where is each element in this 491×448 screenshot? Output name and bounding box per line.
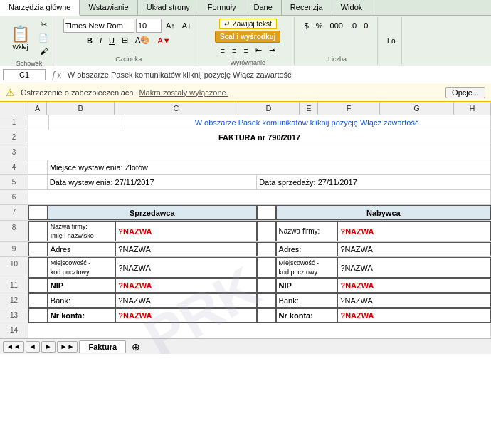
options-button[interactable]: Opcje...	[445, 87, 485, 98]
col-header-g[interactable]: G	[380, 102, 454, 115]
cell-a4[interactable]	[28, 160, 48, 174]
cell-a1[interactable]	[28, 115, 49, 130]
wrap-text-btn[interactable]: ↵ Zawijaj tekst	[219, 19, 277, 29]
nav-next-button[interactable]: ►	[41, 341, 56, 353]
cell-e10[interactable]	[257, 257, 276, 278]
tab-dane[interactable]: Dane	[246, 0, 282, 15]
cell-f10-label[interactable]: Miejscowość - kod pocztowy	[276, 257, 338, 278]
tab-narzedzia-glowne[interactable]: Narzędzia główne	[0, 0, 80, 16]
font-color-button[interactable]: A▼	[154, 35, 173, 46]
cell-c1[interactable]: W obszarze Pasek komunikatów kliknij poz…	[125, 115, 491, 130]
italic-button[interactable]: I	[97, 35, 105, 46]
nav-first-button[interactable]: ◄◄	[3, 341, 24, 353]
cell-f9-label[interactable]: Adres:	[276, 242, 338, 256]
indent-decrease-button[interactable]: ⇤	[253, 44, 265, 56]
col-header-e[interactable]: E	[300, 102, 318, 115]
cell-f11-label[interactable]: NIP	[276, 278, 338, 293]
comma-button[interactable]: 000	[327, 20, 346, 31]
border-button[interactable]: ⊞	[119, 34, 131, 46]
copy-button[interactable]: 📄	[36, 32, 51, 44]
cell-f13-label[interactable]: Nr konta:	[276, 308, 338, 323]
cell-g13[interactable]: ?NAZWA	[337, 308, 491, 323]
cell-e11[interactable]	[257, 278, 276, 293]
cell-a2[interactable]: FAKTURA nr 790/2017	[28, 130, 491, 145]
cell-g9[interactable]: ?NAZWA	[337, 242, 491, 256]
nav-prev-button[interactable]: ◄	[26, 341, 40, 353]
cell-b1[interactable]	[49, 115, 125, 130]
tab-widok[interactable]: Widok	[332, 0, 372, 15]
format-painter-button[interactable]: 🖌	[36, 46, 51, 57]
font-grow-button[interactable]: A↑	[163, 20, 178, 31]
underline-button[interactable]: U	[106, 35, 117, 46]
cell-b10-label[interactable]: Miejscowość - kod pocztowy	[48, 257, 115, 278]
bold-button[interactable]: B	[84, 35, 95, 46]
cell-a6[interactable]	[28, 190, 491, 204]
cell-a12[interactable]	[28, 293, 48, 308]
cell-a5[interactable]	[28, 175, 48, 189]
tab-formuly[interactable]: Formuły	[199, 0, 246, 15]
tab-uklad-strony[interactable]: Układ strony	[138, 0, 199, 15]
cell-b4[interactable]: Miejsce wystawienia: Złotów	[48, 160, 491, 174]
cell-e12[interactable]	[257, 293, 276, 308]
add-sheet-button[interactable]: ⊕	[129, 340, 143, 354]
align-center-button[interactable]: ≡	[229, 45, 239, 56]
tab-wstawianie[interactable]: Wstawianie	[80, 0, 137, 15]
align-left-button[interactable]: ≡	[218, 45, 228, 56]
cell-a10[interactable]	[28, 257, 48, 278]
merge-button[interactable]: Scal i wyśrodkuj	[215, 31, 280, 43]
col-header-f[interactable]: F	[318, 102, 380, 115]
font-shrink-button[interactable]: A↓	[179, 20, 194, 31]
decrease-decimal-button[interactable]: 0.	[361, 20, 373, 31]
align-right-button[interactable]: ≡	[241, 45, 250, 56]
cell-g8[interactable]: ?NAZWA	[337, 221, 491, 241]
cell-nabywca[interactable]: Nabywca	[276, 205, 491, 220]
cell-b11-label[interactable]: NIP	[48, 278, 115, 293]
cell-a11[interactable]	[28, 278, 48, 293]
cell-b5[interactable]: Data wystawienia: 27/11/2017	[48, 175, 257, 189]
nav-last-button[interactable]: ►►	[57, 341, 78, 353]
cell-c12[interactable]: ?NAZWA	[115, 293, 256, 308]
cell-a3[interactable]	[28, 145, 491, 160]
cell-a13[interactable]	[28, 308, 48, 323]
cell-g11[interactable]: ?NAZWA	[337, 278, 491, 293]
col-header-a[interactable]: A	[28, 102, 47, 115]
cell-a8[interactable]	[28, 221, 48, 241]
cell-f5[interactable]: Data sprzedaży: 27/11/2017	[257, 175, 491, 189]
cell-c11[interactable]: ?NAZWA	[115, 278, 256, 293]
increase-decimal-button[interactable]: .0	[347, 20, 359, 31]
cell-b13-label[interactable]: Nr konta:	[48, 308, 115, 323]
cell-e7[interactable]	[257, 205, 276, 220]
cell-a14[interactable]	[28, 323, 491, 338]
percent-button[interactable]: %	[313, 20, 326, 31]
warning-message[interactable]: Makra zostały wyłączone.	[139, 88, 228, 97]
cell-reference-input[interactable]	[3, 69, 46, 80]
col-header-b[interactable]: B	[47, 102, 115, 115]
cell-c8[interactable]: ?NAZWA	[115, 221, 256, 241]
cell-g12[interactable]: ?NAZWA	[337, 293, 491, 308]
cell-g10[interactable]: ?NAZWA	[337, 257, 491, 278]
cell-e8[interactable]	[257, 221, 276, 241]
font-size-input[interactable]	[136, 19, 162, 33]
cell-f8-label[interactable]: Nazwa firmy:	[276, 221, 338, 241]
font-name-input[interactable]	[63, 19, 134, 33]
cell-a7[interactable]	[28, 205, 48, 220]
cell-c9[interactable]: ?NAZWA	[115, 242, 256, 256]
col-header-d[interactable]: D	[238, 102, 300, 115]
cell-e13[interactable]	[257, 308, 276, 323]
paste-button[interactable]: 📋 Wklej	[7, 23, 33, 53]
sheet-tab-faktura[interactable]: Faktura	[79, 340, 126, 353]
cell-c10[interactable]: ?NAZWA	[115, 257, 256, 278]
cell-b9-label[interactable]: Adres	[48, 242, 115, 256]
currency-button[interactable]: $	[302, 20, 312, 31]
cut-button[interactable]: ✂	[36, 19, 51, 31]
cell-e9[interactable]	[257, 242, 276, 256]
cell-c13[interactable]: ?NAZWA	[115, 308, 256, 323]
cell-b8-label[interactable]: Nazwa firmy: Imię i nazwisko	[48, 221, 115, 241]
cell-sprzedawca[interactable]: Sprzedawca	[48, 205, 257, 220]
indent-increase-button[interactable]: ⇥	[266, 44, 278, 56]
cell-b12-label[interactable]: Bank:	[48, 293, 115, 308]
cell-f12-label[interactable]: Bank:	[276, 293, 338, 308]
col-header-c[interactable]: C	[115, 102, 238, 115]
tab-recenzja[interactable]: Recenzja	[282, 0, 332, 15]
fill-color-button[interactable]: A🎨	[132, 34, 153, 46]
